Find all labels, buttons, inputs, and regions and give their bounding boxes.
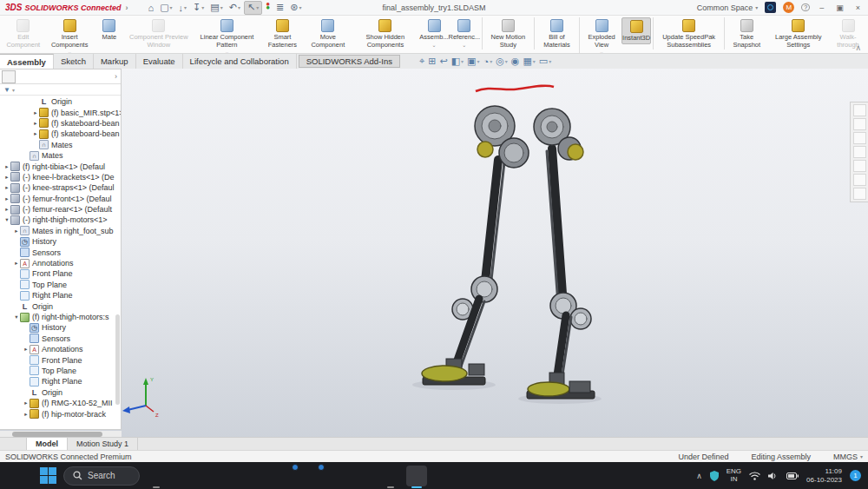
expand-arrow-icon[interactable]: ▸ — [13, 228, 20, 235]
zoom-to-area-icon[interactable]: ⊞ — [428, 56, 436, 67]
whatsapp-icon[interactable] — [276, 466, 297, 486]
edit-component-button[interactable]: Edit Component — [2, 17, 45, 50]
tree-item-annotations-2[interactable]: ▸ Annotations — [0, 344, 121, 354]
tab-evaluate[interactable]: Evaluate — [136, 54, 183, 69]
battery-icon[interactable] — [786, 472, 799, 479]
3dexperience-home-icon[interactable] — [853, 104, 866, 116]
tree-item-annotations[interactable]: ▸ Annotations — [0, 258, 121, 268]
lightning-app-icon[interactable] — [328, 466, 349, 486]
tree-filter[interactable]: ▼ ▾ — [0, 84, 121, 96]
clock[interactable]: 11:09 06-10-2023 — [806, 467, 842, 484]
tree-item-femur-rear[interactable]: ▸ (-) femur-rear<1> (Default — [0, 204, 121, 215]
tree-item-mates[interactable]: Mates — [0, 150, 121, 161]
exploded-view-button[interactable]: Exploded View ⌄ — [579, 17, 621, 54]
view-palette-icon[interactable] — [853, 146, 866, 158]
bill-of-materials-button[interactable]: Bill of Materials — [534, 17, 577, 50]
expand-arrow-icon[interactable]: ▸ — [3, 174, 10, 181]
solidworks-taskbar-icon[interactable] — [406, 466, 427, 486]
file-explorer-icon[interactable] — [146, 466, 167, 486]
show-hidden-components-button[interactable]: Show Hidden Components — [352, 17, 419, 50]
brave-browser-icon[interactable] — [302, 466, 323, 486]
units-selector[interactable]: MMGS ▾ — [833, 453, 863, 461]
tab-solidworks-add-ins[interactable]: SOLIDWORKS Add-Ins — [299, 55, 400, 68]
tree-item-mates-sub[interactable]: Mates — [0, 140, 121, 150]
workspace-selector[interactable]: Common Space ▾ — [697, 3, 759, 12]
tree-item-right-thigh-motors-part[interactable]: ▾ (f) right-thigh-motors:s — [0, 312, 121, 322]
component-preview-window-button[interactable]: Component Preview Window — [124, 17, 194, 50]
view-orientation-icon[interactable]: ▣ ▾ — [467, 56, 479, 67]
expand-arrow-icon[interactable]: ▸ — [13, 260, 20, 267]
game-controller-icon[interactable] — [198, 466, 219, 486]
instant3d-button[interactable]: Instant3D — [621, 17, 651, 44]
steam-icon[interactable] — [172, 466, 193, 486]
notification-count-badge[interactable]: 1 — [850, 470, 861, 481]
brand-expand-icon[interactable]: › — [125, 3, 128, 12]
solidworks-resources-icon[interactable] — [853, 188, 866, 200]
tree-item-origin[interactable]: Origin — [0, 96, 121, 107]
open-icon[interactable]: ↓ ▾ — [176, 1, 190, 15]
expand-arrow-icon[interactable]: ▸ — [32, 130, 39, 137]
edit-appearance-icon[interactable]: ◉ — [511, 56, 520, 67]
discord-icon[interactable] — [250, 466, 271, 486]
user-avatar[interactable]: M — [783, 2, 794, 13]
tree-item-right-plane[interactable]: Right Plane — [0, 290, 121, 301]
expand-arrow-icon[interactable]: ▸ — [3, 163, 10, 170]
tree-item-front-plane-2[interactable]: Front Plane — [0, 354, 121, 365]
tree-item-top-plane[interactable]: Top Plane — [0, 280, 121, 290]
tree-item-front-plane[interactable]: Front Plane — [0, 268, 121, 279]
expand-arrow-icon[interactable]: ▸ — [23, 346, 30, 353]
appearances-scenes-icon[interactable] — [853, 160, 866, 172]
hidden-icons-chevron[interactable]: ∧ — [696, 472, 702, 480]
taskbar-search-input[interactable]: Search — [63, 466, 140, 486]
linear-component-pattern-button[interactable]: Linear Component Pattern ⌄ — [194, 17, 260, 54]
assembly-features-button[interactable]: Assemb... ⌄ — [419, 17, 449, 50]
tree-item-hip-motor-bracket[interactable]: ▸ (f) hip-motor-brack — [0, 408, 121, 419]
new-document-icon[interactable]: ▢ ▾ — [157, 1, 174, 15]
mate-button[interactable]: Mate — [95, 17, 124, 43]
expand-arrow-icon[interactable]: ▾ — [13, 314, 20, 320]
featuremanager-tree-tab[interactable] — [2, 70, 16, 83]
tree-item-skateboard-bearing-1[interactable]: ▸ (f) skateboard-bean — [0, 118, 121, 129]
displaymanager-tab[interactable] — [61, 70, 75, 83]
options-list-icon[interactable]: ≣ — [273, 1, 286, 15]
tree-item-right-plane-2[interactable]: Right Plane — [0, 376, 121, 387]
expand-arrow-icon[interactable]: ▸ — [3, 195, 10, 202]
display-style-icon[interactable]: ◔ ▾ — [483, 56, 492, 67]
expand-arrow-icon[interactable]: ▸ — [32, 120, 39, 127]
restore-button[interactable]: ▣ — [833, 3, 846, 12]
tree-vertical-scrollbar[interactable] — [115, 314, 120, 405]
apply-scene-icon[interactable]: ▦ ▾ — [523, 56, 535, 67]
expand-arrow-icon[interactable]: ▸ — [23, 400, 30, 406]
tree-item-mates-in-right-foot[interactable]: ▸ Mates in right_foot_sub — [0, 226, 121, 236]
tree-item-history-2[interactable]: History — [0, 322, 121, 333]
help-button[interactable]: ? — [801, 3, 810, 11]
smart-fasteners-button[interactable]: Smart Fasteners — [260, 17, 305, 50]
take-snapshot-button[interactable]: Take Snapshot — [724, 17, 766, 50]
tree-item-knee-straps[interactable]: ▸ (-) knee-straps<1> (Defaul — [0, 182, 121, 193]
tree-item-sensors[interactable]: Sensors — [0, 247, 121, 257]
blue-swirl-app-icon[interactable] — [380, 466, 401, 486]
minimize-button[interactable]: – — [817, 3, 826, 12]
file-explorer-pane-icon[interactable] — [853, 132, 866, 144]
tree-item-rmg-x10[interactable]: ▸ (f) RMG-X10-52_MII — [0, 398, 121, 408]
viewport-canvas[interactable]: Y X Z — [0, 69, 868, 450]
expand-arrow-icon[interactable]: ▸ — [23, 411, 30, 418]
tree-item-knee-l-brackets[interactable]: ▸ (-) knee-l-brackets<1> (De — [0, 172, 121, 182]
expand-arrow-icon[interactable]: ▸ — [3, 184, 10, 191]
view-settings-icon[interactable]: ▭ ▾ — [539, 56, 551, 67]
tree-item-origin-2[interactable]: Origin — [0, 301, 121, 311]
select-cursor-icon[interactable]: ↖ ▾ — [244, 1, 262, 15]
start-button[interactable] — [40, 467, 57, 485]
design-library-icon[interactable] — [853, 118, 866, 130]
configurationmanager-tab[interactable] — [31, 70, 45, 83]
rebuild-traffic-light-icon[interactable]: ● — [263, 1, 273, 15]
panel-flyout-arrow[interactable]: › — [115, 72, 121, 81]
hide-show-items-icon[interactable]: ◎ ▾ — [496, 56, 508, 67]
new-motion-study-button[interactable]: New Motion Study — [482, 17, 532, 50]
tree-item-basic-mir[interactable]: ▸ (f) basic_MIR.stp<1> — [0, 107, 121, 117]
graphics-area[interactable]: Y X Z › ▼ ▾ — [0, 69, 868, 450]
language-indicator[interactable]: ENG IN — [727, 468, 741, 484]
markup-scribble[interactable] — [476, 86, 554, 91]
assembly-model-3d[interactable] — [422, 106, 595, 399]
red-cad-app-icon[interactable] — [354, 466, 375, 486]
